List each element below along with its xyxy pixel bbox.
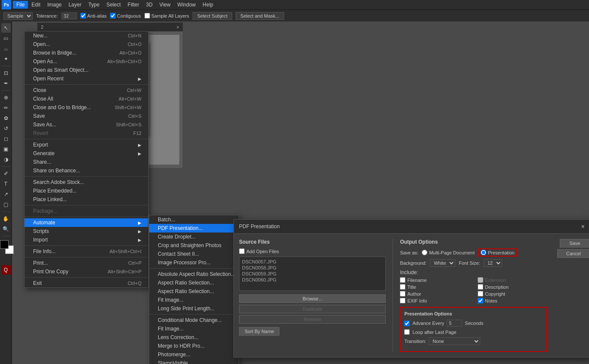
contiguous-checkbox[interactable] bbox=[110, 13, 116, 18]
hand-tool[interactable]: ✋ bbox=[1, 214, 11, 223]
dodge-tool[interactable]: ◑ bbox=[1, 155, 11, 164]
lasso-tool[interactable]: ⌓ bbox=[1, 44, 11, 53]
menu-open-recent[interactable]: Open Recent▶ bbox=[25, 74, 148, 83]
add-open-files-label[interactable]: Add Open Files bbox=[239, 248, 386, 254]
exif-checkbox[interactable] bbox=[400, 298, 405, 303]
browse-button[interactable]: Browse... bbox=[239, 294, 386, 303]
sample-all-checkbox[interactable] bbox=[144, 13, 150, 18]
menu-image[interactable]: Image bbox=[44, 1, 65, 9]
menu-edit[interactable]: Edit bbox=[28, 1, 44, 9]
menu-close[interactable]: CloseCtrl+W bbox=[25, 86, 148, 95]
crop-tool[interactable]: ⊡ bbox=[1, 68, 11, 78]
save-button[interactable]: Save bbox=[560, 239, 589, 248]
author-checkbox[interactable] bbox=[400, 291, 405, 297]
path-selection-tool[interactable]: ↗ bbox=[1, 190, 11, 199]
magic-wand-tool[interactable]: ✦ bbox=[1, 54, 11, 64]
menu-print[interactable]: Print...Ctrl+P bbox=[25, 259, 148, 267]
presentation-radio[interactable] bbox=[481, 250, 486, 255]
automate-fit-image[interactable]: Fit Image... bbox=[149, 296, 239, 304]
text-tool[interactable]: T bbox=[1, 179, 11, 189]
menu-export[interactable]: Export▶ bbox=[25, 141, 148, 149]
automate-pdf-presentation[interactable]: PDF Presentation... bbox=[149, 224, 239, 232]
menu-type[interactable]: Type bbox=[85, 1, 103, 9]
sample-dropdown[interactable]: Sample bbox=[3, 12, 33, 20]
menu-adobe-stock[interactable]: Search Adobe Stock... bbox=[25, 178, 148, 187]
automate-long-side[interactable]: Long Side Print Length... bbox=[149, 304, 239, 313]
advance-every-input[interactable] bbox=[447, 320, 462, 327]
menu-package[interactable]: Package... bbox=[25, 207, 148, 215]
automate-aspect-ratio-2[interactable]: Aspect Ratio Selection... bbox=[149, 287, 239, 296]
menu-open[interactable]: Open...Ctrl+O bbox=[25, 40, 148, 49]
menu-browse-bridge[interactable]: Browse in Bridge...Alt+Ctrl+O bbox=[25, 49, 148, 57]
menu-open-as[interactable]: Open As...Alt+Shift+Ctrl+O bbox=[25, 57, 148, 66]
menu-print-one[interactable]: Print One CopyAlt+Shift+Ctrl+P bbox=[25, 267, 148, 276]
menu-layer[interactable]: Layer bbox=[65, 1, 85, 9]
marquee-tool[interactable]: ▭ bbox=[1, 34, 11, 43]
automate-conditional-mode[interactable]: Conditional Mode Change... bbox=[149, 316, 239, 324]
clone-tool[interactable]: ✿ bbox=[1, 113, 11, 123]
menu-help[interactable]: Help bbox=[199, 1, 217, 9]
menu-view[interactable]: View bbox=[156, 1, 174, 9]
loop-checkbox[interactable] bbox=[404, 329, 410, 335]
transition-select[interactable]: None bbox=[429, 337, 480, 345]
pen-tool[interactable]: ✐ bbox=[1, 169, 11, 178]
eraser-tool[interactable]: ◻ bbox=[1, 134, 11, 144]
move-tool[interactable]: ↖ bbox=[1, 23, 11, 33]
menu-select[interactable]: Select bbox=[103, 1, 124, 9]
include-description[interactable]: Description bbox=[478, 284, 547, 290]
menu-save-as[interactable]: Save As...Shift+Ctrl+S bbox=[25, 120, 148, 129]
add-open-files-checkbox[interactable] bbox=[239, 248, 245, 254]
copyright-checkbox[interactable] bbox=[478, 291, 483, 297]
automate-stamp-visible[interactable]: StampVisible bbox=[149, 359, 239, 364]
description-checkbox[interactable] bbox=[478, 284, 483, 290]
automate-contact-sheet[interactable]: Contact Sheet II... bbox=[149, 250, 239, 258]
menu-save[interactable]: SaveCtrl+S bbox=[25, 112, 148, 120]
sort-by-name-button[interactable]: Sort By Name bbox=[239, 327, 279, 336]
automate-image-processor[interactable]: Image Processor Pro... bbox=[149, 258, 239, 267]
file-item-0[interactable]: DSCN0057.JPG bbox=[241, 259, 383, 265]
automate-aspect-ratio-1[interactable]: Aspect Ratio Selection... bbox=[149, 278, 239, 287]
automate-crop-straighten[interactable]: Crop and Straighten Photos bbox=[149, 241, 239, 250]
file-item-3[interactable]: DSCN0060.JPG bbox=[241, 277, 383, 283]
automate-abs-aspect[interactable]: Absolute Aspect Ratio Selection... bbox=[149, 270, 239, 278]
menu-share-behance[interactable]: Share on Behance... bbox=[25, 166, 148, 175]
select-mask-button[interactable]: Select and Mask... bbox=[236, 12, 284, 20]
gradient-tool[interactable]: ▣ bbox=[1, 144, 11, 154]
include-notes[interactable]: Notes bbox=[478, 298, 547, 303]
menu-file[interactable]: File bbox=[13, 1, 28, 9]
automate-batch[interactable]: Batch... bbox=[149, 215, 239, 224]
menu-revert[interactable]: RevertF12 bbox=[25, 129, 148, 138]
font-size-select[interactable]: 12 bbox=[484, 259, 502, 267]
automate-lens-correction[interactable]: Lens Correction... bbox=[149, 333, 239, 342]
multi-page-option[interactable]: Multi-Page Document bbox=[422, 250, 475, 255]
file-item-1[interactable]: DSCN0058.JPG bbox=[241, 265, 383, 271]
doc-close-icon[interactable]: × bbox=[177, 24, 179, 30]
menu-filter[interactable]: Filter bbox=[124, 1, 143, 9]
remove-button[interactable]: Remove bbox=[239, 315, 386, 324]
cancel-button[interactable]: Cancel bbox=[557, 249, 589, 258]
background-select[interactable]: White bbox=[430, 259, 455, 267]
include-exif[interactable]: EXIF Info bbox=[400, 298, 469, 303]
file-item-2[interactable]: DSCN0059.JPG bbox=[241, 271, 383, 277]
menu-scripts[interactable]: Scripts▶ bbox=[25, 227, 148, 236]
include-filename[interactable]: Filename bbox=[400, 277, 469, 283]
menu-automate[interactable]: Automate▶ bbox=[25, 218, 148, 227]
menu-place-linked[interactable]: Place Linked... bbox=[25, 195, 148, 204]
anti-alias-checkbox[interactable] bbox=[80, 13, 86, 18]
menu-import[interactable]: Import▶ bbox=[25, 236, 148, 244]
history-brush-tool[interactable]: ↺ bbox=[1, 124, 11, 133]
multi-page-radio[interactable] bbox=[422, 250, 427, 255]
automate-create-droplet[interactable]: Create Droplet... bbox=[149, 232, 239, 241]
healing-tool[interactable]: ⊕ bbox=[1, 93, 11, 102]
contiguous-label[interactable]: Contiguous bbox=[110, 13, 141, 18]
menu-close-bridge[interactable]: Close and Go to Bridge...Shift+Ctrl+W bbox=[25, 103, 148, 112]
menu-new[interactable]: New...Ctrl+N bbox=[25, 31, 148, 40]
menu-share[interactable]: Share... bbox=[25, 158, 148, 166]
menu-close-all[interactable]: Close AllAlt+Ctrl+W bbox=[25, 95, 148, 103]
menu-exit[interactable]: ExitCtrl+Q bbox=[25, 279, 148, 288]
include-author[interactable]: Author bbox=[400, 291, 469, 297]
pdf-dialog-close-button[interactable]: × bbox=[581, 223, 585, 230]
filename-checkbox[interactable] bbox=[400, 277, 405, 283]
quick-mask-tool[interactable]: Q bbox=[1, 265, 11, 275]
menu-open-smart[interactable]: Open as Smart Object... bbox=[25, 66, 148, 74]
